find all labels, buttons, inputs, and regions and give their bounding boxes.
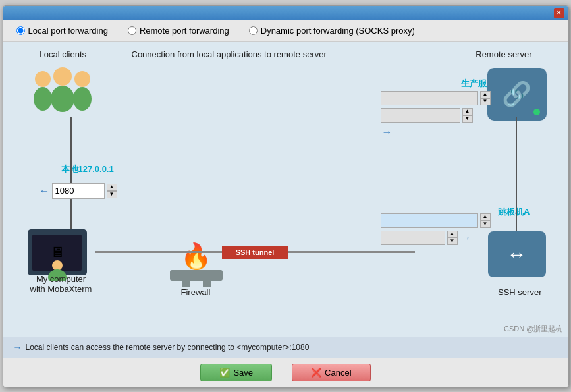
top-down-1[interactable]: ▼ [480,98,491,105]
ssh-tunnel: SSH tunnel [95,246,415,259]
svg-point-5 [51,86,74,112]
top-down-2[interactable]: ▼ [462,115,473,123]
ssh-box: ↔ [488,231,546,277]
radio-dynamic-input[interactable] [249,26,258,35]
svg-point-0 [35,71,51,87]
radio-remote-label: Remote port forwarding [140,26,229,36]
radio-local[interactable]: Local port forwarding [16,26,108,36]
save-button[interactable]: ✅ Save [200,364,272,381]
bottom-arrow-right-icon: → [460,231,473,245]
tunnel-line-right [288,251,415,253]
status-indicator [533,109,540,115]
port-down-btn[interactable]: ▼ [107,191,117,198]
cancel-button[interactable]: ❌ Cancel [292,364,370,381]
top-up-2[interactable]: ▲ [462,108,473,115]
svg-point-1 [34,87,52,111]
bendizhi-label: 本地127.0.0.1 [61,163,114,175]
top-arrow-right-icon: → [381,125,394,140]
tunnel-line-left [95,251,223,253]
firewall-icon: 🔥 [167,235,226,287]
svg-point-6 [52,260,63,271]
config-row-2: ▲ ▼ [381,108,473,123]
bottom-config-input-2[interactable] [381,231,445,245]
close-button[interactable]: ✕ [554,8,564,18]
config-row-1: ▲ ▼ [381,91,473,105]
button-bar: ✅ Save ❌ Cancel [3,358,568,387]
bottom-config-input-1[interactable] [381,213,478,228]
bottom-down-1[interactable]: ▼ [480,221,491,228]
radio-dynamic[interactable]: Dynamic port forwarding (SOCKS proxy) [249,26,415,36]
remote-server-label: Remote server [476,49,531,59]
top-config-input-1[interactable] [381,91,478,105]
ssh-server-icon: ↔ [484,225,550,284]
firewall-legs [182,281,211,287]
radio-bar: Local port forwarding Remote port forwar… [3,20,568,42]
top-config-input-2[interactable] [381,108,460,123]
people-group-icon [30,65,95,117]
bottom-spin-2[interactable]: ▲ ▼ [447,231,458,245]
mycomputer-text: My computer with MobaXterm [30,274,92,294]
radio-dynamic-label: Dynamic port forwarding (SOCKS proxy) [261,26,415,36]
svg-point-3 [73,87,92,111]
disk-shape: 🔗 [487,68,547,121]
jumpserver-label: 跳板机A [498,206,530,218]
bottom-down-2[interactable]: ▼ [447,238,458,245]
top-up-1[interactable]: ▲ [480,91,491,98]
local-clients-label: Local clients [40,49,87,59]
monitor: 🖥 [28,229,87,275]
save-label: Save [233,368,253,378]
info-bar: → Local clients can access the remote se… [3,337,568,358]
port-arrow-icon: ← [40,185,50,197]
main-window: ✕ Local port forwarding Remote port forw… [3,5,569,387]
config-row-3: ▲ ▼ [381,213,473,228]
ssh-server-label: SSH server [498,287,541,297]
port-input-area: ← ▲ ▼ [40,183,117,199]
cancel-icon: ❌ [311,368,321,378]
firewall-leg-right [203,281,211,287]
double-arrow-icon: ↔ [507,243,527,266]
info-arrow-icon: → [13,342,22,352]
radio-local-input[interactable] [16,26,25,35]
config-box-bottom: ▲ ▼ ▲ ▼ → [381,213,473,248]
cancel-label: Cancel [325,368,351,378]
ssh-tunnel-bar: SSH tunnel [222,246,288,259]
top-spin-2[interactable]: ▲ ▼ [462,108,473,123]
link-icon: 🔗 [502,80,531,108]
config-row-4: ▲ ▼ → [381,231,473,245]
bottom-spin-1[interactable]: ▲ ▼ [480,213,491,228]
radio-local-label: Local port forwarding [28,26,108,36]
title-bar: ✕ [3,6,568,20]
firewall-label: Firewall [181,287,211,297]
mycomputer-label: My computer with MobaXterm [22,274,101,294]
radio-remote-input[interactable] [128,26,136,35]
info-text: Local clients can access the remote serv… [26,343,310,352]
radio-remote[interactable]: Remote port forwarding [128,26,229,36]
monitor-content-icon: 🖥 [50,244,65,261]
port-spinner[interactable]: ▲ ▼ [107,184,117,198]
remote-disk-icon: 🔗 [484,65,550,124]
port-up-btn[interactable]: ▲ [107,184,117,191]
firewall-leg-left [182,281,190,287]
bottom-up-1[interactable]: ▲ [480,213,491,221]
connection-desc-label: Connection from local applications to re… [132,49,327,59]
bottom-up-2[interactable]: ▲ [447,231,458,238]
mycomputer-icon: 🖥 [18,225,97,281]
firewall-base [170,270,223,281]
diagram-area: Local clients Connection from local appl… [3,42,568,337]
port-input[interactable] [52,183,105,199]
watermark: CSDN @浙里起杭 [504,324,562,334]
top-spin-1[interactable]: ▲ ▼ [480,91,491,105]
svg-point-4 [53,67,72,86]
config-box-top: ▲ ▼ ▲ ▼ → [381,91,473,140]
svg-point-2 [74,71,90,87]
save-icon: ✅ [219,368,230,378]
